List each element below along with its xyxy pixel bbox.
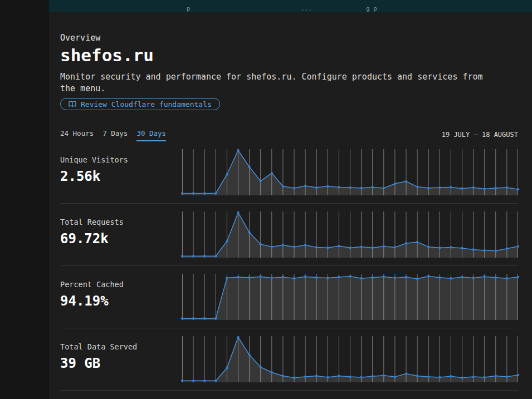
tab-7-days[interactable]: 7 Days <box>103 129 128 141</box>
metric-sparkline-chart[interactable] <box>182 211 518 258</box>
metric-label: Total Data Served <box>60 342 182 352</box>
metric-info-percent-cached: Percent Cached94.19% <box>60 274 182 309</box>
metric-label: Total Requests <box>60 217 182 227</box>
metric-sparkline-chart[interactable] <box>182 336 518 382</box>
metric-label: Percent Cached <box>60 279 182 289</box>
metric-value: 39 GB <box>60 355 182 372</box>
metric-row-unique-visitors: Unique Visitors2.56k <box>60 149 518 204</box>
topbar-text-fragment: p <box>187 5 191 12</box>
time-range-tabs: 24 Hours7 Days30 Days <box>60 129 166 141</box>
review-fundamentals-label: Review Cloudflare fundamentals <box>81 100 212 109</box>
left-gutter <box>0 0 49 399</box>
top-navigation-bar: p...g p <box>49 0 532 12</box>
page-title: shefos.ru <box>60 46 518 65</box>
topbar-text-fragment: ... <box>301 5 312 12</box>
metric-value: 69.72k <box>60 230 182 247</box>
review-fundamentals-button[interactable]: Review Cloudflare fundamentals <box>60 98 220 110</box>
metric-row-total-data-served: Total Data Served39 GB <box>60 328 518 391</box>
metric-value: 2.56k <box>60 168 182 185</box>
metric-info-total-requests: Total Requests69.72k <box>60 211 182 247</box>
metric-label: Unique Visitors <box>60 155 182 165</box>
metric-rows: Unique Visitors2.56kTotal Requests69.72k… <box>60 149 518 391</box>
metric-sparkline-chart[interactable] <box>182 149 518 195</box>
overview-page: Overview shefos.ru Monitor security and … <box>60 12 518 391</box>
time-filter-row: 24 Hours7 Days30 Days 19 JULY — 18 AUGUS… <box>60 129 518 141</box>
metric-info-total-data-served: Total Data Served39 GB <box>60 336 182 372</box>
page-description: Monitor security and performance for she… <box>60 71 500 95</box>
book-icon <box>69 101 76 107</box>
tab-24-hours[interactable]: 24 Hours <box>60 129 94 141</box>
metric-sparkline-chart[interactable] <box>182 274 518 320</box>
metric-row-percent-cached: Percent Cached94.19% <box>60 266 518 328</box>
metric-row-total-requests: Total Requests69.72k <box>60 204 518 266</box>
topbar-text-fragment: g p <box>366 5 377 12</box>
date-range-label: 19 JULY — 18 AUGUST <box>442 131 518 141</box>
metric-value: 94.19% <box>60 293 182 309</box>
tab-30-days[interactable]: 30 Days <box>136 129 166 141</box>
metric-info-unique-visitors: Unique Visitors2.56k <box>60 149 182 185</box>
page-eyebrow: Overview <box>60 32 518 43</box>
